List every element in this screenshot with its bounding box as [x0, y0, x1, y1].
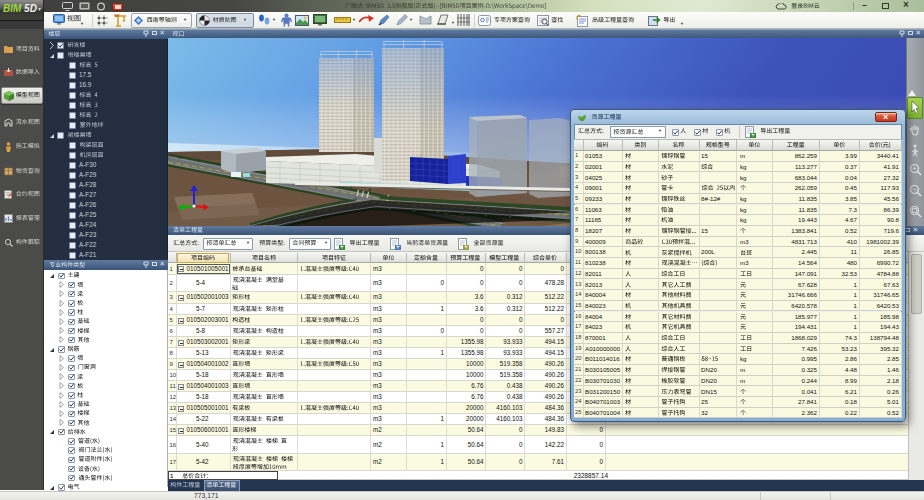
svg-text:−: − — [912, 186, 916, 193]
svg-text:+: + — [912, 165, 916, 172]
